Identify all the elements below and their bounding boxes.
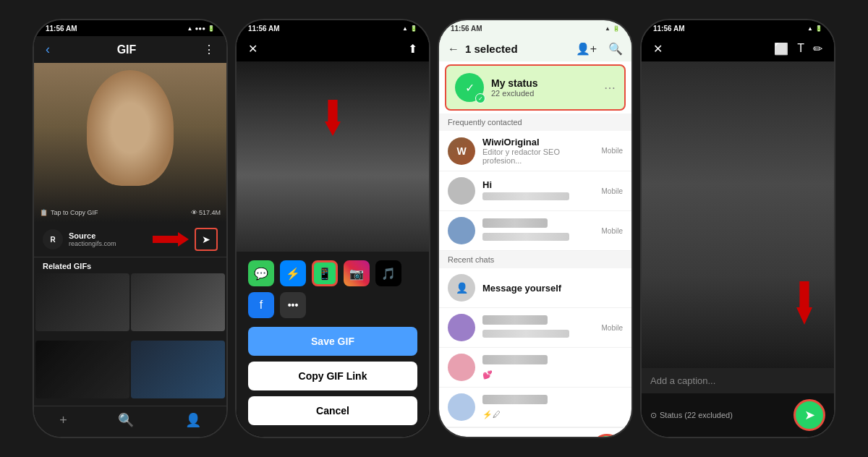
avatar-img-2 xyxy=(448,177,475,205)
nav-search-icon[interactable]: 🔍 xyxy=(118,412,134,428)
view-count: 👁 517.4M xyxy=(191,209,221,216)
nav-profile-icon[interactable]: 👤 xyxy=(185,412,201,428)
contact-name-4 xyxy=(482,315,548,325)
contact-badge-3: Mobile xyxy=(602,227,623,235)
app-tiktok-icon[interactable]: 🎵 xyxy=(375,260,401,286)
gif-main-image[interactable]: 📋 Tap to Copy GIF 👁 517.4M xyxy=(34,63,226,222)
my-status-avatar: ✓ ✓ xyxy=(455,73,484,102)
related-item-4[interactable] xyxy=(131,341,225,398)
contact-item-1[interactable]: W WiwiOriginal Editor y redactor SEO pro… xyxy=(439,131,631,171)
contact-item-4[interactable]: Mobile xyxy=(439,308,631,348)
contact-name-1: WiwiOriginal xyxy=(482,137,595,148)
three-dots-icon[interactable]: ⋯ xyxy=(604,81,616,95)
close-icon-4[interactable]: ✕ xyxy=(653,42,663,56)
avatar-img-1: W xyxy=(448,137,475,165)
tap-copy-text: Tap to Copy GIF xyxy=(51,209,98,216)
phone-screen-3: 11:56 AM ▲ 🔋 ← 1 selected 👤+ 🔍 ✓ ✓ My st… xyxy=(438,19,633,438)
contact-name-self: Message yourself xyxy=(482,283,623,294)
red-arrow-annotation xyxy=(153,232,189,247)
avatar-img-5 xyxy=(448,354,475,381)
add-contact-icon[interactable]: 👤+ xyxy=(576,42,597,56)
my-status-item[interactable]: ✓ ✓ My status 22 excluded ⋯ xyxy=(445,64,626,111)
share-sheet: 💬 ⚡ 📱 📷 🎵 f xyxy=(237,252,429,437)
gif-face xyxy=(87,70,174,186)
screen2-topbar: ✕ ⬆ xyxy=(237,36,429,61)
contact-sub-5: 💕 xyxy=(482,370,493,379)
contact-item-2[interactable]: Hi Mobile xyxy=(439,171,631,211)
avatar-img-self: 👤 xyxy=(448,274,475,302)
contact-avatar-5 xyxy=(448,354,475,381)
my-status-info: My status 22 excluded xyxy=(491,77,597,98)
source-bar: R Source reactiongifs.com ➤ xyxy=(34,222,226,257)
status-icon: ✓ xyxy=(465,81,475,95)
contact-avatar-1: W xyxy=(448,137,475,165)
share-icon[interactable]: ⬆ xyxy=(408,42,417,56)
signal-icon: ●●● xyxy=(195,25,206,32)
text-icon[interactable]: T xyxy=(797,42,804,56)
send-button[interactable]: ➤ xyxy=(195,228,218,251)
contact-info-self: Message yourself xyxy=(482,283,623,294)
status-bar-4: 11:56 AM ▲ 🔋 xyxy=(642,20,834,36)
battery-icon-2: 🔋 xyxy=(410,25,417,32)
wa-back-icon[interactable]: ← xyxy=(448,43,459,56)
status-icons-2: ▲ 🔋 xyxy=(402,25,417,32)
app-whatsapp-icon[interactable]: 📱 xyxy=(312,260,338,286)
edit-icon[interactable]: ✏ xyxy=(813,42,822,56)
view-icon: 👁 xyxy=(191,209,197,216)
contact-item-5[interactable]: 💕 xyxy=(439,348,631,388)
checkmark-badge: ✓ xyxy=(475,93,485,103)
copy-link-button[interactable]: Copy GIF Link xyxy=(248,362,417,390)
contact-info-5: 💕 xyxy=(482,354,623,380)
wa-search-icon[interactable]: 🔍 xyxy=(608,42,623,56)
tap-copy-icon: 📋 xyxy=(40,209,48,216)
nav-plus-icon[interactable]: + xyxy=(59,413,67,428)
screen1-title: GIF xyxy=(117,43,137,56)
wifi-icon: ▲ xyxy=(187,25,193,32)
avatar-img-4 xyxy=(448,314,475,341)
screen4-actions: ⬜ T ✏ xyxy=(774,42,822,56)
status-time-1: 11:56 AM xyxy=(46,25,77,33)
contact-item-3[interactable]: Mobile xyxy=(439,211,631,251)
screen4-gif-preview xyxy=(642,61,834,368)
send-button-3[interactable]: ➤ xyxy=(591,434,623,438)
status-icons-3: ▲ 🔋 xyxy=(605,25,620,32)
app-facebook-icon[interactable]: f xyxy=(248,292,274,318)
app-messenger-icon[interactable]: ⚡ xyxy=(280,260,306,286)
screen1-topbar: ‹ GIF ⋮ xyxy=(34,36,226,63)
close-icon[interactable]: ✕ xyxy=(248,42,258,56)
app-messages-icon[interactable]: 💬 xyxy=(248,260,274,286)
send-button-4[interactable]: ➤ xyxy=(793,399,825,431)
app-more-icon[interactable]: ••• xyxy=(280,292,306,318)
more-icon[interactable]: ⋮ xyxy=(203,43,215,56)
contact-name-6 xyxy=(482,395,548,404)
wifi-icon-2: ▲ xyxy=(402,25,408,32)
contact-sub-4 xyxy=(482,330,569,338)
save-gif-button[interactable]: Save GIF xyxy=(248,327,417,356)
app-instagram-icon[interactable]: 📷 xyxy=(344,260,370,286)
phone-screen-2: 11:56 AM ▲ 🔋 ✕ ⬆ 💬 ⚡ xyxy=(235,19,430,438)
screen3-topbar: ← 1 selected 👤+ 🔍 xyxy=(439,36,631,61)
caption-input-area[interactable]: Add a caption... xyxy=(642,368,834,393)
cancel-button[interactable]: Cancel xyxy=(248,396,417,425)
caption-input[interactable]: Add a caption... xyxy=(650,375,825,386)
contact-info-4 xyxy=(482,315,595,341)
contact-info-3 xyxy=(482,218,595,244)
phone-screen-1: 11:56 AM ▲ ●●● 🔋 ‹ GIF ⋮ 📋 Tap to Copy G… xyxy=(33,19,228,438)
contact-item-6[interactable]: ⚡🖊 xyxy=(439,388,631,427)
contact-avatar-6 xyxy=(448,393,475,421)
status-time-3: 11:56 AM xyxy=(451,25,482,33)
share-apps-row: 💬 ⚡ 📱 📷 🎵 f xyxy=(248,260,417,318)
contact-sub-3 xyxy=(482,233,569,241)
crop-icon[interactable]: ⬜ xyxy=(774,42,788,56)
wa-title: 1 selected xyxy=(465,43,570,55)
source-url: reactiongifs.com xyxy=(69,240,147,247)
back-icon[interactable]: ‹ xyxy=(46,42,50,57)
related-item-2[interactable] xyxy=(131,273,225,331)
contact-item-self[interactable]: 👤 Message yourself xyxy=(439,268,631,308)
contact-avatar-4 xyxy=(448,314,475,341)
related-item-3[interactable] xyxy=(35,341,129,398)
screen2-content: ✕ ⬆ 💬 ⚡ 📱 xyxy=(237,36,429,437)
contact-avatar-2 xyxy=(448,177,475,205)
related-item-1[interactable] xyxy=(35,273,129,331)
contact-avatar-3 xyxy=(448,217,475,244)
